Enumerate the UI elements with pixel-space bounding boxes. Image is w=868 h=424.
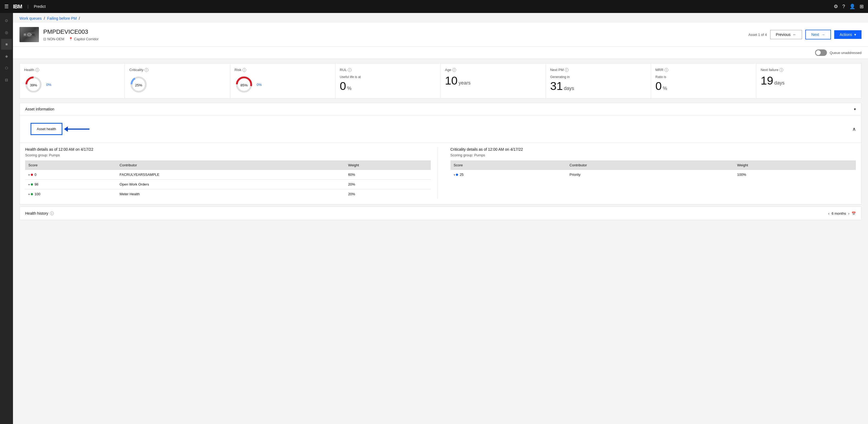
user-icon[interactable]: 👤 xyxy=(849,3,855,9)
actions-label: Actions xyxy=(840,32,852,37)
location-label: Capitol Corridor xyxy=(74,37,99,41)
oem-icon: ⊡ xyxy=(43,37,46,41)
crit-row1-weight: 100% xyxy=(734,170,856,179)
metric-mrr-title: MRR i xyxy=(655,68,751,72)
health-details-title: Health details as of 12:00 AM on 4/17/22 xyxy=(25,147,431,152)
mrr-value: 0 % xyxy=(655,80,751,92)
nav-divider: | xyxy=(28,4,29,9)
sidebar-item-monitor[interactable]: ⊟ xyxy=(1,74,12,85)
crit-col-contributor: Contributor xyxy=(566,160,734,170)
menu-icon[interactable]: ☰ xyxy=(4,3,9,9)
metric-age-title: Age i xyxy=(445,68,541,72)
risk-info-icon[interactable]: i xyxy=(242,68,246,72)
svg-rect-2 xyxy=(28,33,31,36)
svg-text:85%: 85% xyxy=(240,83,248,87)
location-icon: 📍 xyxy=(69,37,73,41)
sidebar-item-location[interactable]: ◎ xyxy=(1,27,12,38)
crit-row1-chevron-icon[interactable]: ▾ xyxy=(454,173,455,176)
breadcrumb-sep1: / xyxy=(44,16,45,21)
metric-next-failure: Next failure i 19 days xyxy=(756,63,861,98)
sidebar-item-home[interactable]: ⊙ xyxy=(1,15,12,26)
table-row: ▾ 100 Meter Health 20% xyxy=(25,189,431,199)
svg-rect-1 xyxy=(24,33,26,36)
mrr-sub: Ratio is xyxy=(655,75,751,79)
next-button[interactable]: Next → xyxy=(805,30,831,39)
health-details-panel: Health details as of 12:00 AM on 4/17/22… xyxy=(25,147,437,199)
age-info-icon[interactable]: i xyxy=(453,68,456,72)
crit-col-score: Score xyxy=(451,160,566,170)
table-row: ▾ 98 Open Work Orders 20% xyxy=(25,180,431,189)
next-failure-value: 19 days xyxy=(761,75,857,87)
asset-header: PMPDEVICE003 ⊡ NON-OEM 📍 Capitol Corrido… xyxy=(13,23,868,47)
sidebar-item-people[interactable]: ⚇ xyxy=(1,63,12,73)
history-calendar-icon[interactable]: 📅 xyxy=(851,211,856,216)
health-row1-score: ▾ 0 xyxy=(25,170,117,180)
health-row3-score: ▾ 100 xyxy=(25,189,117,199)
row2-chevron-icon[interactable]: ▾ xyxy=(28,183,30,186)
metric-rul: RUL i Useful life is at 0 % xyxy=(335,63,440,98)
next-pm-info-icon[interactable]: i xyxy=(565,68,568,72)
sidebar-item-queue[interactable]: ≡ xyxy=(1,39,12,50)
risk-secondary-pct: 0% xyxy=(257,83,262,87)
help-icon[interactable]: ? xyxy=(842,4,845,9)
health-info-icon[interactable]: i xyxy=(35,68,39,72)
topnav-actions: ⚙ ? 👤 ⊞ xyxy=(834,3,864,9)
health-history-info-icon[interactable]: i xyxy=(50,211,54,215)
health-col-weight: Weight xyxy=(345,160,431,170)
settings-icon[interactable]: ⚙ xyxy=(834,3,838,9)
row1-chevron-icon[interactable]: ▾ xyxy=(28,173,30,176)
metric-rul-title: RUL i xyxy=(340,68,436,72)
asset-information-chevron-icon: ▾ xyxy=(854,107,856,111)
queue-toggle[interactable] xyxy=(815,50,827,56)
breadcrumb-sep2: / xyxy=(79,16,80,21)
arrow-indicator xyxy=(65,126,89,132)
crit-row1-dot-icon xyxy=(456,174,458,176)
table-row: ▾ 0 FACRULYEARSSAMPLE 60% xyxy=(25,170,431,180)
table-row: ▾ 25 Priority 100% xyxy=(451,170,856,179)
criticality-info-icon[interactable]: i xyxy=(145,68,148,72)
top-navigation: ☰ IBM | Predict ⚙ ? 👤 ⊞ xyxy=(0,0,868,13)
crit-row1-score: ▾ 25 xyxy=(451,170,566,179)
health-secondary-pct: 0% xyxy=(46,83,51,87)
row3-dot-icon xyxy=(31,193,33,195)
asset-information-section: Asset information ▾ Asset health ∧ xyxy=(20,103,862,204)
apps-icon[interactable]: ⊞ xyxy=(860,3,864,9)
oem-label: NON-OEM xyxy=(47,37,64,41)
ibm-logo: IBM xyxy=(13,3,22,10)
asset-navigation: Asset 1 of 4 Previous ← Next → Actions ▾ xyxy=(748,30,862,39)
health-history-header: Health history i ‹ 6 months › 📅 xyxy=(25,211,856,216)
metric-criticality-title: Criticality i xyxy=(129,68,225,72)
health-row1-weight: 60% xyxy=(345,170,431,180)
breadcrumb: Work queues / Failing before PM / xyxy=(13,13,868,23)
asset-health-tab[interactable]: Asset health xyxy=(31,123,62,135)
mrr-info-icon[interactable]: i xyxy=(664,68,668,72)
criticality-donut-chart: 25% xyxy=(129,75,148,94)
rul-info-icon[interactable]: i xyxy=(348,68,351,72)
row3-chevron-icon[interactable]: ▾ xyxy=(28,193,30,196)
details-section: Health details as of 12:00 AM on 4/17/22… xyxy=(20,143,861,204)
metrics-row: Health i 39% 0% Criticality i xyxy=(20,63,862,99)
metric-risk: Risk i 85% 0% xyxy=(230,63,335,98)
history-prev-icon[interactable]: ‹ xyxy=(828,211,829,216)
asset-information-header[interactable]: Asset information ▾ xyxy=(20,103,861,115)
criticality-scoring-group: Scoring group: Pumps xyxy=(451,153,856,157)
arrow-head-icon xyxy=(64,126,68,132)
history-next-icon[interactable]: › xyxy=(848,211,849,216)
rul-sub: Useful life is at xyxy=(340,75,436,79)
breadcrumb-work-queues[interactable]: Work queues xyxy=(20,16,42,21)
breadcrumb-failing-before-pm[interactable]: Failing before PM xyxy=(47,16,77,21)
criticality-details-title: Criticality details as of 12:00 AM on 4/… xyxy=(451,147,856,152)
health-row2-weight: 20% xyxy=(345,180,431,189)
metric-health-title: Health i xyxy=(24,68,120,72)
asset-info: PMPDEVICE003 ⊡ NON-OEM 📍 Capitol Corrido… xyxy=(43,28,99,41)
metric-criticality: Criticality i 25% xyxy=(125,63,230,98)
next-failure-info-icon[interactable]: i xyxy=(779,68,783,72)
health-row2-score: ▾ 98 xyxy=(25,180,117,189)
previous-button[interactable]: Previous ← xyxy=(770,30,802,39)
sidebar-item-insights[interactable]: ◈ xyxy=(1,51,12,62)
actions-button[interactable]: Actions ▾ xyxy=(834,30,862,39)
asset-count: Asset 1 of 4 xyxy=(748,33,767,37)
health-col-contributor: Contributor xyxy=(117,160,345,170)
next-arrow-icon: → xyxy=(821,32,825,37)
metric-risk-title: Risk i xyxy=(235,68,331,72)
